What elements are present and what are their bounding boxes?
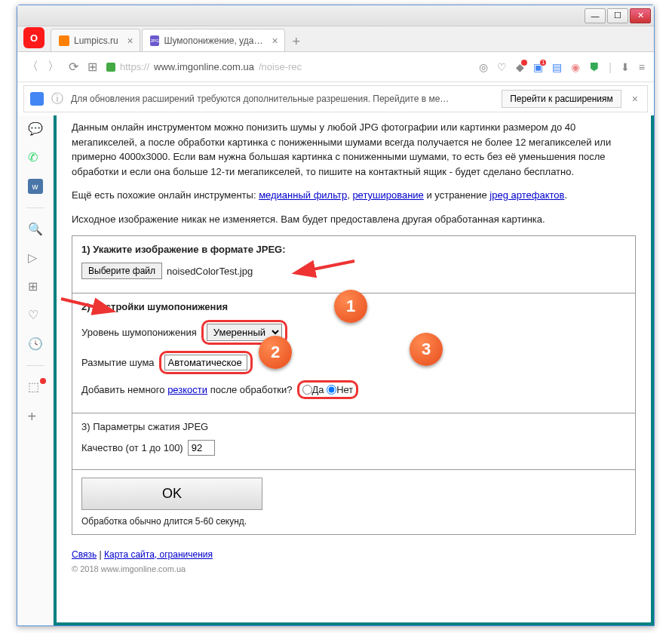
bookmark-icon[interactable]: ♡	[497, 61, 507, 73]
quality-input[interactable]	[188, 440, 215, 456]
window-titlebar: — ☐ ✕	[17, 5, 654, 26]
vk-icon[interactable]: w	[28, 179, 43, 194]
extension3-icon[interactable]: ▤	[552, 61, 562, 73]
highlight-2	[159, 351, 253, 374]
submit-box: OK Обработка обычно длится 5-60 секунд.	[72, 469, 636, 535]
sitemap-link[interactable]: Карта сайта, ограничения	[104, 549, 213, 560]
browser-window: — ☐ ✕ O Lumpics.ru × JPG Шумопонижение, …	[17, 5, 655, 626]
svg-line-1	[61, 299, 99, 308]
tab-close-icon[interactable]: ×	[127, 35, 133, 47]
intro-paragraph-1: Данным онлайн инструментом можно понизит…	[72, 120, 636, 179]
sharpness-link[interactable]: резкости	[167, 384, 207, 395]
favicon-icon: JPG	[150, 35, 160, 46]
add-sidebar-icon[interactable]: +	[28, 408, 43, 423]
browser-sidebar: 💬 ✆ w 🔍 ▷ ⊞ ♡ 🕓 ⬚ +	[17, 115, 54, 625]
blur-input[interactable]	[164, 355, 247, 370]
sharpen-yes-radio[interactable]	[302, 385, 312, 395]
median-filter-link[interactable]: медианный фильтр	[259, 189, 347, 201]
annotation-arrow-1	[302, 255, 362, 280]
notification-text: Для обновления расширений требуются допо…	[71, 94, 494, 104]
intro-paragraph-3: Исходное изображение никак не изменяется…	[72, 212, 636, 227]
notification-close-icon[interactable]: ×	[629, 93, 641, 105]
search-icon[interactable]: 🔍	[28, 222, 43, 237]
intro-paragraph-2: Ещё есть похожие онлайн инструменты: мед…	[72, 188, 636, 203]
sharpen-no-radio[interactable]	[327, 385, 336, 395]
tab-bar: O Lumpics.ru × JPG Шумопонижение, удалит…	[17, 26, 654, 52]
tab-imgonline[interactable]: JPG Шумопонижение, удалить ×	[142, 29, 285, 51]
back-icon[interactable]: 〈	[26, 59, 38, 75]
whatsapp-icon[interactable]: ✆	[28, 150, 43, 165]
lock-icon	[106, 63, 115, 72]
favicon-icon	[59, 35, 69, 46]
contact-link[interactable]: Связь	[72, 549, 97, 560]
extension1-icon[interactable]: ◆	[516, 61, 524, 73]
reload-icon[interactable]: ⟳	[69, 60, 78, 74]
page-content: Данным онлайн инструментом можно понизит…	[57, 115, 651, 622]
menu-icon[interactable]: ≡	[639, 61, 645, 73]
tab-label: Lumpics.ru	[74, 35, 118, 46]
processing-hint: Обработка обычно длится 5-60 секунд.	[81, 516, 626, 527]
footer-links: Связь | Карта сайта, ограничения	[72, 549, 636, 560]
goto-extensions-button[interactable]: Перейти к расширениям	[502, 90, 621, 108]
send-icon[interactable]: ▷	[28, 250, 43, 266]
highlight-3: Да Нет	[297, 380, 359, 399]
translate-icon	[30, 92, 44, 106]
new-tab-button[interactable]: +	[287, 32, 306, 51]
step3-box: 3) Параметры сжатия JPEG Качество (от 1 …	[72, 413, 636, 470]
tab-lumpics[interactable]: Lumpics.ru ×	[51, 29, 140, 51]
noise-level-label: Уровень шумопонижения	[81, 327, 197, 338]
annotation-badge-3: 3	[410, 333, 443, 366]
selected-filename: noisedColorTest.jpg	[167, 266, 253, 277]
retouch-link[interactable]: ретуширование	[352, 189, 423, 201]
camera-icon[interactable]: ◎	[479, 61, 488, 73]
annotation-badge-1: 1	[334, 290, 367, 323]
tab-label: Шумопонижение, удалить	[164, 35, 262, 46]
forward-icon[interactable]: 〉	[48, 59, 60, 75]
window-minimize-button[interactable]: —	[585, 8, 606, 23]
tab-close-icon[interactable]: ×	[272, 35, 278, 47]
quality-label: Качество (от 1 до 100)	[81, 442, 183, 453]
ok-button[interactable]: OK	[81, 478, 262, 510]
annotation-arrow-2	[57, 293, 110, 318]
extension2-icon[interactable]: ▣1	[533, 61, 543, 73]
toolbar-right: ◎ ♡ ◆ ▣1 ▤ ◉ ⛊ | ⬇ ≡	[479, 61, 645, 73]
download-icon[interactable]: ⬇	[621, 61, 630, 73]
speed-dial-sidebar-icon[interactable]: ⊞	[28, 279, 43, 294]
messenger-icon[interactable]: 💬	[28, 121, 43, 137]
choose-file-button[interactable]: Выберите файл	[81, 263, 162, 279]
jpeg-artifacts-link[interactable]: jpeg артефактов	[489, 189, 564, 201]
speed-dial-icon[interactable]: ⊞	[87, 60, 97, 74]
notification-bar: ⓘ Для обновления расширений требуются до…	[23, 85, 648, 112]
url-host: www.imgonline.com.ua	[154, 61, 254, 72]
window-maximize-button[interactable]: ☐	[607, 8, 628, 23]
copyright: © 2018 www.imgonline.com.ua	[72, 564, 636, 573]
shield-icon[interactable]: ⛊	[589, 61, 600, 73]
info-icon: ⓘ	[51, 91, 63, 107]
url-scheme: https://	[120, 61, 149, 72]
history-icon[interactable]: 🕓	[28, 336, 43, 352]
window-close-button[interactable]: ✕	[630, 8, 651, 23]
annotation-badge-2: 2	[259, 336, 292, 369]
adblock-icon[interactable]: ◉	[571, 61, 580, 73]
address-bar: 〈 〉 ⟳ ⊞ https://www.imgonline.com.ua/noi…	[17, 52, 654, 82]
page-content-frame: Данным онлайн инструментом можно понизит…	[54, 115, 654, 625]
extensions-icon[interactable]: ⬚	[28, 379, 43, 395]
svg-line-0	[309, 261, 354, 270]
opera-logo-icon: O	[23, 27, 44, 48]
url-field[interactable]: https://www.imgonline.com.ua/noise-rec	[106, 61, 470, 72]
step1-title: 1) Укажите изображение в формате JPEG:	[81, 244, 626, 255]
heart-icon[interactable]: ♡	[28, 308, 43, 323]
step3-title: 3) Параметры сжатия JPEG	[81, 421, 626, 432]
url-path: /noise-rec	[259, 61, 302, 72]
blur-label: Размытие шума	[81, 357, 155, 368]
